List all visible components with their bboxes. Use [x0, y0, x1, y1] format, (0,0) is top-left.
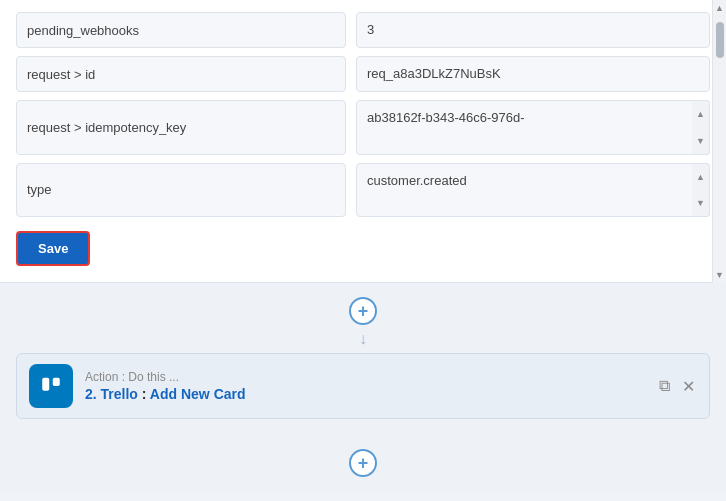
remove-action-button[interactable]: ✕	[680, 375, 697, 398]
scrollbar-thumb	[716, 22, 724, 58]
action-label: Action : Do this ...	[85, 370, 645, 384]
top-panel: pending_webhooksrequest > idrequest > id…	[0, 0, 726, 283]
trello-app-icon	[29, 364, 73, 408]
action-number: 2.	[85, 386, 97, 402]
field-scrollbar-3[interactable]: ▲▼	[692, 163, 710, 217]
action-section: Action : Do this ... 2. Trello : Add New…	[0, 353, 726, 435]
copy-action-button[interactable]: ⧉	[657, 375, 672, 397]
svg-rect-1	[42, 378, 49, 391]
save-button[interactable]: Save	[16, 231, 90, 266]
scrollbar-track	[713, 16, 726, 267]
action-controls: ⧉ ✕	[657, 375, 697, 398]
field-scroll-down-3[interactable]: ▼	[692, 190, 709, 216]
action-title: 2. Trello : Add New Card	[85, 386, 645, 402]
bottom-connector: +	[0, 435, 726, 491]
field-value-2[interactable]	[356, 100, 710, 154]
action-separator: :	[138, 386, 150, 402]
arrow-down-icon: ↓	[359, 331, 367, 347]
field-key-3: type	[16, 163, 346, 217]
field-value-wrapper-3: ▲▼	[356, 163, 710, 217]
field-row-0: pending_webhooks	[16, 12, 710, 48]
add-step-button-top[interactable]: +	[349, 297, 377, 325]
field-value-wrapper-0	[356, 12, 710, 48]
fields-section: pending_webhooksrequest > idrequest > id…	[0, 0, 726, 283]
field-scroll-up-3[interactable]: ▲	[692, 164, 709, 190]
scrollbar-up-arrow[interactable]: ▲	[713, 0, 726, 16]
field-key-0: pending_webhooks	[16, 12, 346, 48]
field-scroll-up-2[interactable]: ▲	[692, 101, 709, 127]
field-value-0[interactable]	[356, 12, 710, 48]
action-card: Action : Do this ... 2. Trello : Add New…	[16, 353, 710, 419]
field-row-2: request > idempotency_key▲▼	[16, 100, 710, 154]
trello-logo-svg	[37, 372, 65, 400]
svg-rect-2	[53, 378, 60, 386]
field-value-wrapper-1	[356, 56, 710, 92]
add-step-button-bottom[interactable]: +	[349, 449, 377, 477]
action-task: Add New Card	[150, 386, 246, 402]
field-row-1: request > id	[16, 56, 710, 92]
right-scrollbar[interactable]: ▲ ▼	[712, 0, 726, 283]
field-scroll-down-2[interactable]: ▼	[692, 128, 709, 154]
field-value-1[interactable]	[356, 56, 710, 92]
scrollbar-down-arrow[interactable]: ▼	[713, 267, 726, 283]
field-scrollbar-2[interactable]: ▲▼	[692, 100, 710, 154]
field-value-3[interactable]	[356, 163, 710, 217]
action-text: Action : Do this ... 2. Trello : Add New…	[85, 370, 645, 402]
action-app: Trello	[101, 386, 138, 402]
fields-container: pending_webhooksrequest > idrequest > id…	[16, 12, 710, 217]
field-value-wrapper-2: ▲▼	[356, 100, 710, 154]
middle-connector: + ↓	[0, 283, 726, 353]
field-key-1: request > id	[16, 56, 346, 92]
field-row-3: type▲▼	[16, 163, 710, 217]
field-key-2: request > idempotency_key	[16, 100, 346, 154]
